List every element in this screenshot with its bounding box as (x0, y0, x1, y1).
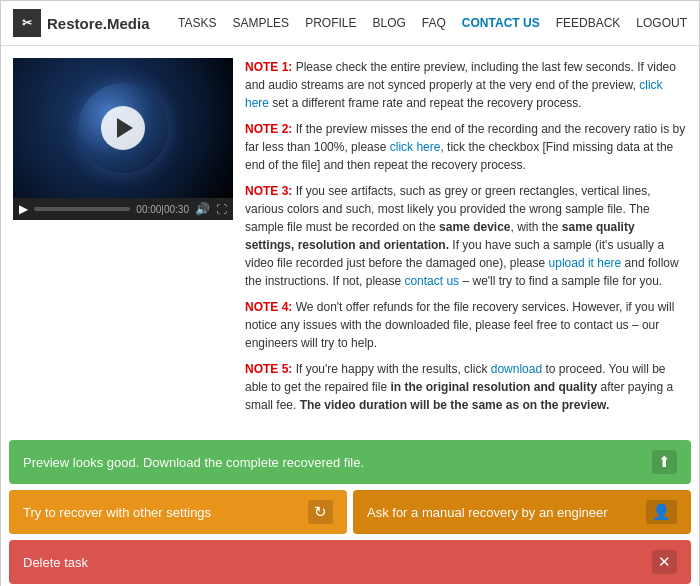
retry-button[interactable]: Try to recover with other settings ↻ (9, 490, 347, 534)
note-3-label: NOTE 3: (245, 184, 292, 198)
time-display: 00:00|00:30 (136, 204, 189, 215)
manual-label: Ask for a manual recovery by an engineer (367, 505, 608, 520)
delete-row: Delete task ✕ (9, 540, 691, 584)
note-4: NOTE 4: We don't offer refunds for the f… (245, 298, 687, 352)
play-button[interactable] (101, 106, 145, 150)
note-5-link[interactable]: download (491, 362, 542, 376)
note-3-link1[interactable]: upload it here (549, 256, 622, 270)
video-controls: ▶ 00:00|00:30 🔊 ⛶ (13, 198, 233, 220)
note-2: NOTE 2: If the preview misses the end of… (245, 120, 687, 174)
note-2-label: NOTE 2: (245, 122, 292, 136)
nav-links: TASKS SAMPLES PROFILE BLOG FAQ CONTACT U… (178, 16, 687, 30)
nav-logout[interactable]: LOGOUT (636, 16, 687, 30)
note-5: NOTE 5: If you're happy with the results… (245, 360, 687, 414)
logo-text: Restore.Media (47, 15, 150, 32)
video-panel: ▶ 00:00|00:30 🔊 ⛶ (13, 58, 233, 422)
play-pause-icon[interactable]: ▶ (19, 202, 28, 216)
navbar: ✂ Restore.Media TASKS SAMPLES PROFILE BL… (1, 1, 699, 46)
download-row: Preview looks good. Download the complet… (9, 440, 691, 484)
retry-icon: ↻ (308, 500, 333, 524)
actions: Preview looks good. Download the complet… (1, 434, 699, 586)
notes-panel: NOTE 1: Please check the entire preview,… (245, 58, 687, 422)
note-5-label: NOTE 5: (245, 362, 292, 376)
note-5-text: If you're happy with the results, click (296, 362, 491, 376)
main-window: ✂ Restore.Media TASKS SAMPLES PROFILE BL… (0, 0, 700, 586)
note-2-link[interactable]: click here (390, 140, 441, 154)
fullscreen-icon[interactable]: ⛶ (216, 203, 227, 215)
download-label: Preview looks good. Download the complet… (23, 455, 364, 470)
note-1: NOTE 1: Please check the entire preview,… (245, 58, 687, 112)
progress-bar[interactable] (34, 207, 130, 211)
note-1-text2: set a different frame rate and repeat th… (269, 96, 582, 110)
delete-icon: ✕ (652, 550, 677, 574)
download-button[interactable]: Preview looks good. Download the complet… (9, 440, 691, 484)
logo: ✂ Restore.Media (13, 9, 150, 37)
retry-label: Try to recover with other settings (23, 505, 211, 520)
main-content: ▶ 00:00|00:30 🔊 ⛶ NOTE 1: Please check t… (1, 46, 699, 434)
nav-feedback[interactable]: FEEDBACK (556, 16, 621, 30)
note-3-text3: – we'll try to find a sample file for yo… (459, 274, 662, 288)
nav-faq[interactable]: FAQ (422, 16, 446, 30)
nav-profile[interactable]: PROFILE (305, 16, 356, 30)
delete-button[interactable]: Delete task ✕ (9, 540, 691, 584)
nav-contact-us[interactable]: CONTACT US (462, 16, 540, 30)
note-4-label: NOTE 4: (245, 300, 292, 314)
logo-icon: ✂ (13, 9, 41, 37)
nav-samples[interactable]: SAMPLES (232, 16, 289, 30)
nav-blog[interactable]: BLOG (372, 16, 405, 30)
note-1-label: NOTE 1: (245, 60, 292, 74)
volume-icon[interactable]: 🔊 (195, 202, 210, 216)
note-1-text: Please check the entire preview, includi… (245, 60, 676, 92)
manual-button[interactable]: Ask for a manual recovery by an engineer… (353, 490, 691, 534)
note-3: NOTE 3: If you see artifacts, such as gr… (245, 182, 687, 290)
delete-label: Delete task (23, 555, 88, 570)
note-3-link2[interactable]: contact us (404, 274, 459, 288)
manual-icon: 👤 (646, 500, 677, 524)
note-4-text: We don't offer refunds for the file reco… (245, 300, 674, 350)
nav-tasks[interactable]: TASKS (178, 16, 216, 30)
download-icon: ⬆ (652, 450, 677, 474)
retry-manual-row: Try to recover with other settings ↻ Ask… (9, 490, 691, 534)
video-container (13, 58, 233, 198)
